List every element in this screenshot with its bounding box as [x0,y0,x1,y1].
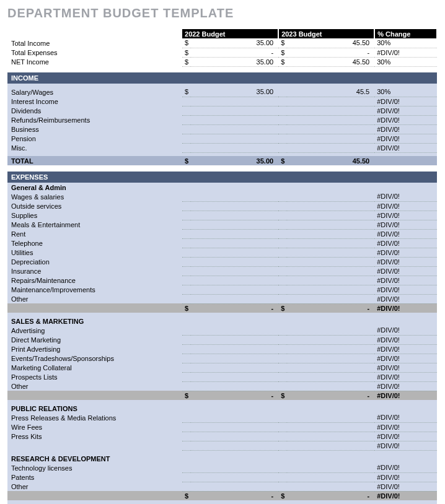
expense-2022-cell[interactable] [191,463,278,472]
expense-2023-cell[interactable] [287,294,374,303]
expense-row-label [7,441,182,450]
expense-pct-cell: #DIV/0! [374,285,437,294]
currency-symbol [278,248,287,257]
income-2022-cell[interactable] [191,143,278,152]
expense-2023-cell[interactable] [287,257,374,266]
expense-2023-cell[interactable] [287,229,374,238]
currency-symbol [182,363,191,372]
currency-symbol [182,115,191,124]
currency-symbol [182,372,191,381]
expense-2022-cell[interactable] [191,285,278,294]
currency-symbol [182,106,191,115]
expense-2022-cell[interactable] [191,381,278,391]
currency-symbol [182,344,191,354]
expense-2023-cell[interactable] [287,211,374,220]
summary-2023-value[interactable]: 45.50 [287,57,374,66]
expense-row-label: Maintenance/Improvements [7,285,182,294]
income-2023-cell[interactable]: 45.5 [287,87,374,97]
expense-2022-cell[interactable] [191,326,278,335]
expense-2022-cell[interactable] [191,354,278,363]
expense-2023-cell[interactable] [287,266,374,276]
expense-pct-cell: #DIV/0! [374,482,437,491]
expense-2023-cell[interactable] [287,238,374,248]
currency-symbol [278,482,287,491]
income-2022-cell[interactable] [191,115,278,124]
expense-2023-cell[interactable] [287,335,374,344]
expense-2022-cell[interactable] [191,220,278,229]
expense-2023-cell[interactable] [287,413,374,422]
income-2023-cell[interactable] [287,143,374,152]
income-2022-cell[interactable] [191,124,278,134]
expense-2022-cell[interactable] [191,432,278,441]
expense-2023-cell[interactable] [287,354,374,363]
expense-2023-cell[interactable] [287,248,374,257]
expense-2023-cell[interactable] [287,472,374,482]
income-2022-cell[interactable] [191,106,278,115]
income-2022-cell[interactable] [191,97,278,106]
currency-symbol: $ [182,491,191,500]
currency-symbol [278,335,287,344]
expense-2022-cell[interactable] [191,482,278,491]
expense-2022-cell[interactable] [191,472,278,482]
income-row-label: Refunds/Reimbursements [7,115,182,124]
expense-2023-cell[interactable] [287,363,374,372]
currency-symbol [278,463,287,472]
expense-2022-cell[interactable] [191,192,278,201]
summary-2023-value[interactable]: - [287,48,374,57]
expense-2022-cell[interactable] [191,344,278,354]
expense-2023-cell[interactable] [287,344,374,354]
expense-2023-cell[interactable] [287,372,374,381]
summary-2022-value[interactable]: 35.00 [191,38,278,48]
expense-2023-cell[interactable] [287,463,374,472]
expense-2022-cell[interactable] [191,257,278,266]
summary-pct: 30% [374,38,437,48]
expense-2023-cell[interactable] [287,285,374,294]
expense-2023-cell[interactable] [287,276,374,285]
expense-pct-cell: #DIV/0! [374,248,437,257]
expense-2023-cell[interactable] [287,326,374,335]
income-2023-cell[interactable] [287,106,374,115]
currency-symbol [182,441,191,450]
expense-2022-cell[interactable] [191,211,278,220]
expense-2022-cell[interactable] [191,201,278,211]
expense-2022-cell[interactable] [191,294,278,303]
income-total-2023: 45.50 [287,156,374,165]
currency-symbol [278,381,287,391]
expense-2022-cell[interactable] [191,248,278,257]
currency-symbol [278,344,287,354]
income-2023-cell[interactable] [287,124,374,134]
currency-symbol [278,87,287,97]
income-2023-cell[interactable] [287,134,374,143]
expense-2023-cell[interactable] [287,441,374,450]
income-2023-cell[interactable] [287,97,374,106]
expense-2023-cell[interactable] [287,482,374,491]
expense-2023-cell[interactable] [287,201,374,211]
summary-2023-value[interactable]: 45.50 [287,38,374,48]
expense-2022-cell[interactable] [191,238,278,248]
expense-2023-cell[interactable] [287,432,374,441]
expense-2022-cell[interactable] [191,335,278,344]
expense-2022-cell[interactable] [191,229,278,238]
expense-2023-cell[interactable] [287,192,374,201]
expense-2022-cell[interactable] [191,363,278,372]
expense-2022-cell[interactable] [191,422,278,432]
summary-2022-value[interactable]: 35.00 [191,57,278,66]
currency-symbol [278,106,287,115]
currency-symbol [182,276,191,285]
expense-2022-cell[interactable] [191,372,278,381]
income-2023-cell[interactable] [287,115,374,124]
currency-symbol [182,381,191,391]
currency-symbol [182,238,191,248]
expense-2022-cell[interactable] [191,413,278,422]
currency-symbol [278,441,287,450]
expense-2023-cell[interactable] [287,422,374,432]
income-total-label: TOTAL [7,156,182,165]
summary-2022-value[interactable]: - [191,48,278,57]
expense-2023-cell[interactable] [287,220,374,229]
expense-2022-cell[interactable] [191,276,278,285]
expense-2022-cell[interactable] [191,266,278,276]
income-2022-cell[interactable]: 35.00 [191,87,278,97]
expense-2023-cell[interactable] [287,381,374,391]
income-2022-cell[interactable] [191,134,278,143]
expense-2022-cell[interactable] [191,441,278,450]
